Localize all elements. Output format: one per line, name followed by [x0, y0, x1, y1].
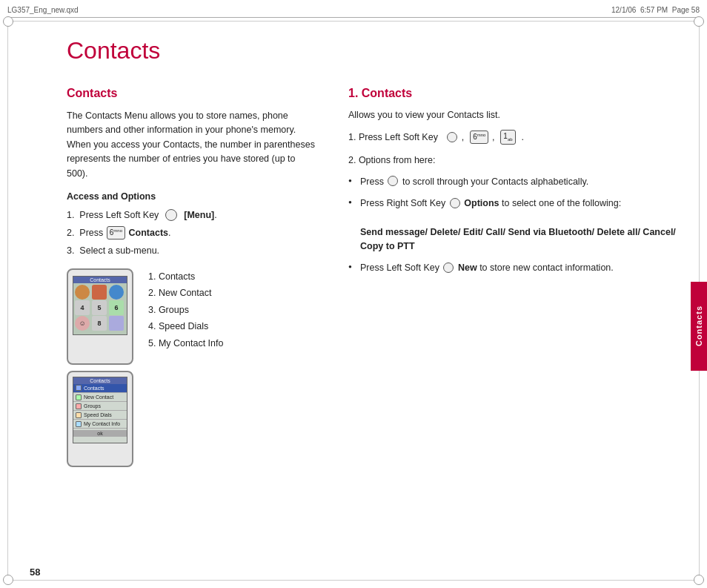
- menu-label-1: Contacts: [84, 385, 104, 392]
- phone-menu-row-3: Groups: [73, 402, 127, 411]
- right-soft-key-icon: [450, 198, 460, 208]
- left-soft-key-icon-1: [447, 132, 457, 142]
- steps-list: 1. Press Left Soft Key [Menu]. 2. Press …: [67, 208, 319, 258]
- menu-icon-1: [76, 385, 82, 391]
- menu-key-icon: [165, 209, 177, 221]
- phone-menu-row-1: Contacts: [73, 384, 127, 393]
- menu-item-5: 5. My Contact Info: [148, 335, 223, 352]
- 6-key-icon: 6mno: [107, 226, 125, 240]
- menu-item-1: 1. Contacts: [148, 268, 223, 285]
- step-2: 2. Press 6mno Contacts.: [67, 225, 319, 240]
- header-filename: LG357_Eng_new.qxd: [7, 6, 79, 14]
- bullet-item-3: Press Left Soft Key New to store new con…: [348, 261, 677, 275]
- options-list: Send message/ Delete/ Edit/ Call/ Send v…: [360, 227, 676, 251]
- grid-cell-2: [92, 285, 107, 300]
- menu-item-3: 3. Groups: [148, 302, 223, 319]
- phone-mockup-1: Contacts 4 5 6 ☺ 8: [67, 268, 133, 365]
- phone-menu-row-2: New Contact: [73, 393, 127, 402]
- 1ab-key-icon: 1ab: [500, 130, 515, 145]
- menu-icon-4: [76, 412, 82, 418]
- left-section-heading: Contacts: [67, 87, 319, 100]
- grid-cell-1: [75, 285, 90, 300]
- menu-icon-2: [76, 394, 82, 400]
- page-title: Contacts: [30, 37, 677, 65]
- access-options-heading: Access and Options: [67, 191, 319, 202]
- header-bar: LG357_Eng_new.qxd 12/1/06 6:57 PM Page 5…: [7, 6, 700, 18]
- grid-cell-3: [109, 285, 124, 300]
- grid-cell-4: 4: [75, 300, 90, 315]
- step-1: 1. Press Left Soft Key [Menu].: [67, 208, 319, 222]
- reg-mark-tl: [3, 16, 13, 27]
- main-content: Contacts Contacts The Contacts Menu allo…: [30, 30, 677, 566]
- menu-icon-3: [76, 403, 82, 409]
- menu-icon-5: [76, 421, 82, 427]
- ok-bar: ok: [73, 430, 127, 437]
- left-intro-text: The Contacts Menu allows you to store na…: [67, 109, 319, 181]
- right-step1: 1. Press Left Soft Key , 6mno , 1ab .: [348, 130, 677, 145]
- menu-label-5: My Contact Info: [84, 420, 120, 427]
- menu-items-list: 1. Contacts 2. New Contact 3. Groups 4. …: [148, 268, 223, 365]
- grid-cell-5: 5: [92, 300, 107, 315]
- phone-screen-2: Contacts Contacts New Contact Groups: [73, 377, 127, 443]
- phone-grid: 4 5 6 ☺ 8: [73, 283, 127, 332]
- menu-item-4: 4. Speed Dials: [148, 318, 223, 335]
- reg-mark-br: [694, 575, 704, 585]
- two-column-layout: Contacts The Contacts Menu allows you to…: [30, 87, 677, 467]
- side-tab: Contacts: [691, 282, 707, 371]
- reg-mark-bl: [3, 575, 13, 585]
- step-3: 3. Select a sub-menu.: [67, 243, 319, 258]
- menu-label-3: Groups: [84, 403, 101, 409]
- menu-item-2: 2. New Contact: [148, 285, 223, 302]
- phone-menu-row-4: Speed Dials: [73, 411, 127, 420]
- phone-screen-1: Contacts 4 5 6 ☺ 8: [73, 276, 127, 335]
- right-column: 1. Contacts Allows you to view your Cont…: [348, 87, 677, 467]
- header-datetime: 12/1/06 6:57 PM Page 58: [611, 6, 700, 14]
- phone-images-area: Contacts 4 5 6 ☺ 8: [67, 268, 319, 365]
- reg-mark-tr: [694, 16, 704, 27]
- grid-cell-6: 6: [109, 300, 124, 315]
- grid-cell-7: ☺: [75, 316, 90, 331]
- right-intro: Allows you to view your Contacts list.: [348, 108, 677, 122]
- grid-cell-8: 8: [92, 316, 107, 331]
- 6mno-key-icon: 6mno: [470, 131, 488, 144]
- right-bullet-list: Press to scroll through your Contacts al…: [348, 175, 677, 276]
- side-tab-label: Contacts: [694, 305, 703, 346]
- grid-cell-9: [109, 316, 124, 331]
- phone-mockup-2: Contacts Contacts New Contact Groups: [67, 371, 133, 467]
- bullet-item-1: Press to scroll through your Contacts al…: [348, 175, 677, 189]
- left-soft-key-icon-2: [443, 262, 454, 273]
- phone-screen-2-title: Contacts: [73, 377, 127, 384]
- right-section-heading: 1. Contacts: [348, 87, 677, 100]
- right-step2: 2. Options from here:: [348, 153, 677, 168]
- bullet-item-2: Press Right Soft Key Options to select o…: [348, 196, 677, 254]
- left-column: Contacts The Contacts Menu allows you to…: [67, 87, 319, 467]
- page-number: 58: [30, 566, 40, 578]
- menu-label-4: Speed Dials: [84, 412, 112, 418]
- menu-label-2: New Contact: [84, 394, 113, 400]
- phone-menu-row-5: My Contact Info: [73, 420, 127, 429]
- scroll-icon: [388, 176, 398, 186]
- phone-screen-1-title: Contacts: [73, 277, 127, 283]
